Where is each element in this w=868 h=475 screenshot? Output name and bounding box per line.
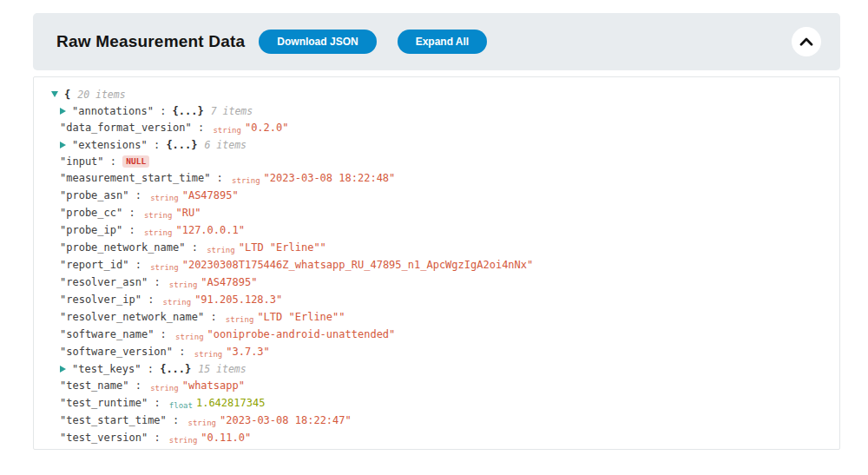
json-row-test_keys: "test_keys" : {...}15 items xyxy=(60,361,825,378)
json-string-value: "3.7.3" xyxy=(226,346,270,358)
json-colon: : xyxy=(173,346,192,358)
raw-measurement-header: Raw Measurement Data Download JSON Expan… xyxy=(33,13,840,70)
type-label-string: string xyxy=(150,263,179,272)
json-key: "probe_asn" xyxy=(60,189,128,201)
expand-icon[interactable] xyxy=(60,142,66,148)
json-key: "input" xyxy=(60,155,104,168)
json-string-value: "20230308T175446Z_whatsapp_RU_47895_n1_A… xyxy=(182,259,534,271)
json-row-test_runtime: "test_runtime" : float1.642817345 xyxy=(60,395,825,412)
json-row-resolver_network_name: "resolver_network_name" : string"LTD "Er… xyxy=(60,309,825,327)
json-row-probe_ip: "probe_ip" : string"127.0.0.1" xyxy=(60,222,825,240)
json-key: "software_name" xyxy=(60,328,154,340)
json-float-value: 1.642817345 xyxy=(196,397,265,409)
json-key: "test_runtime" xyxy=(60,397,148,409)
json-colon: : xyxy=(148,432,167,444)
json-colon: : xyxy=(167,414,186,426)
json-row-data_format_version: "data_format_version" : string"0.2.0" xyxy=(60,120,825,137)
json-colon: : xyxy=(122,207,141,219)
json-key: "annotations" xyxy=(72,105,154,117)
expand-all-button[interactable]: Expand All xyxy=(398,30,488,54)
json-string-value: "2023-03-08 18:22:48" xyxy=(264,172,396,184)
json-row-probe_asn: "probe_asn" : string"AS47895" xyxy=(60,188,825,205)
items-count: 6 items xyxy=(205,139,247,151)
json-colon: : xyxy=(154,105,173,117)
json-colon: : xyxy=(128,379,148,392)
json-row-probe_cc: "probe_cc" : string"RU" xyxy=(60,205,825,222)
json-colon: : xyxy=(141,294,161,306)
json-string-value: "2023-03-08 18:22:47" xyxy=(220,414,352,426)
open-brace: { xyxy=(64,89,70,101)
json-row-test_version: "test_version" : string"0.11.0" xyxy=(60,430,825,447)
json-colon: : xyxy=(192,122,211,134)
type-label-string: string xyxy=(213,126,241,135)
json-key: "test_keys" xyxy=(72,363,141,375)
type-label-string: string xyxy=(150,194,179,202)
type-label-string: string xyxy=(175,333,204,341)
json-row-resolver_ip: "resolver_ip" : string"91.205.128.3" xyxy=(60,292,825,309)
expand-icon[interactable] xyxy=(60,108,66,115)
type-label-string: string xyxy=(150,384,179,393)
json-viewer: {20 items "annotations" : {...}7 items"d… xyxy=(33,76,840,450)
type-label-float: float xyxy=(169,401,193,410)
json-row-extensions: "extensions" : {...}6 items xyxy=(60,137,825,154)
chevron-up-icon xyxy=(799,37,813,46)
json-key: "probe_network_name" xyxy=(60,241,186,254)
type-label-string: string xyxy=(232,176,260,185)
json-rows: "annotations" : {...}7 items"data_format… xyxy=(51,103,825,447)
json-row-software_name: "software_name" : string"ooniprobe-andro… xyxy=(60,327,825,344)
json-colon: : xyxy=(186,241,205,254)
json-row-software_version: "software_version" : string"3.7.3" xyxy=(60,344,825,361)
json-key: "report_id" xyxy=(60,259,128,271)
collapsed-object[interactable]: {...} xyxy=(160,363,191,375)
json-row-input: "input" : NULL xyxy=(60,154,825,170)
collapse-section-button[interactable] xyxy=(792,27,821,56)
json-string-value: "whatsapp" xyxy=(182,379,245,392)
items-count: 7 items xyxy=(211,105,253,117)
json-string-value: "RU" xyxy=(175,207,201,219)
root-items-count: 20 items xyxy=(77,89,125,101)
json-colon: : xyxy=(128,259,148,271)
json-colon: : xyxy=(128,189,148,201)
null-value-badge: NULL xyxy=(122,155,149,168)
collapsed-object[interactable]: {...} xyxy=(173,105,204,117)
json-colon: : xyxy=(104,155,123,168)
json-key: "data_format_version" xyxy=(60,122,192,134)
json-key: "test_version" xyxy=(60,432,148,444)
json-row-test_start_time: "test_start_time" : string"2023-03-08 18… xyxy=(60,412,825,430)
json-row-test_name: "test_name" : string"whatsapp" xyxy=(60,378,825,395)
json-key: "probe_ip" xyxy=(60,224,122,236)
type-label-string: string xyxy=(144,228,173,237)
json-key: "measurement_start_time" xyxy=(60,172,210,184)
json-close-line: } xyxy=(60,447,825,450)
collapse-root-icon[interactable] xyxy=(51,91,58,97)
json-colon: : xyxy=(148,397,167,409)
json-key: "test_name" xyxy=(60,379,128,392)
json-string-value: "AS47895" xyxy=(182,189,239,201)
json-root-line: {20 items xyxy=(51,87,825,103)
json-key: "resolver_network_name" xyxy=(60,311,204,323)
json-string-value: "AS47895" xyxy=(201,276,257,288)
json-string-value: "ooniprobe-android-unattended" xyxy=(207,328,396,340)
json-string-value: "LTD "Erline"" xyxy=(239,241,326,254)
type-label-string: string xyxy=(194,350,223,359)
items-count: 15 items xyxy=(198,363,246,375)
json-colon: : xyxy=(148,139,167,151)
collapsed-object[interactable]: {...} xyxy=(166,139,197,151)
type-label-string: string xyxy=(169,436,198,445)
type-label-string: string xyxy=(226,315,254,324)
close-brace: } xyxy=(60,449,66,450)
page: Raw Measurement Data Download JSON Expan… xyxy=(0,0,868,450)
download-json-button[interactable]: Download JSON xyxy=(259,30,376,54)
json-key: "probe_cc" xyxy=(60,207,122,219)
type-label-string: string xyxy=(163,298,192,307)
json-row-annotations: "annotations" : {...}7 items xyxy=(60,103,825,120)
json-row-measurement_start_time: "measurement_start_time" : string"2023-0… xyxy=(60,170,825,188)
json-key: "test_start_time" xyxy=(60,414,167,426)
json-colon: : xyxy=(204,311,223,323)
type-label-string: string xyxy=(169,280,198,289)
json-key: "software_version" xyxy=(60,346,173,358)
json-row-report_id: "report_id" : string"20230308T175446Z_wh… xyxy=(60,257,825,274)
json-string-value: "0.11.0" xyxy=(201,432,251,444)
json-key: "resolver_asn" xyxy=(60,276,148,288)
expand-icon[interactable] xyxy=(60,366,66,373)
